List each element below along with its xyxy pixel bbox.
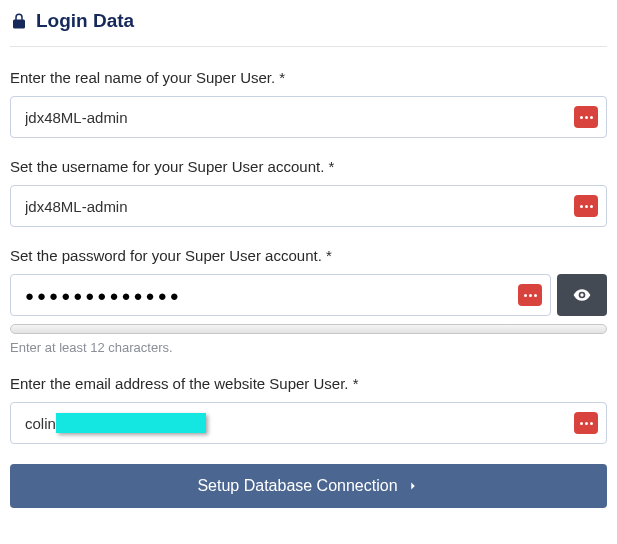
email-input-wrap[interactable]: colin xyxy=(10,402,607,444)
field-action-icon[interactable] xyxy=(574,412,598,434)
realname-input[interactable] xyxy=(25,97,574,137)
username-input[interactable] xyxy=(25,186,574,226)
field-username: Set the username for your Super User acc… xyxy=(10,158,607,227)
password-hint: Enter at least 12 characters. xyxy=(10,340,607,355)
email-label: Enter the email address of the website S… xyxy=(10,375,607,392)
password-label: Set the password for your Super User acc… xyxy=(10,247,607,264)
field-action-icon[interactable] xyxy=(574,106,598,128)
email-prefix: colin xyxy=(25,415,56,432)
chevron-right-icon xyxy=(406,479,420,493)
username-label: Set the username for your Super User acc… xyxy=(10,158,607,175)
toggle-password-visibility[interactable] xyxy=(557,274,607,316)
password-strength-bar xyxy=(10,324,607,334)
submit-label: Setup Database Connection xyxy=(197,477,397,495)
redacted-block xyxy=(56,413,206,433)
field-password: Set the password for your Super User acc… xyxy=(10,247,607,355)
email-input[interactable]: colin xyxy=(25,413,206,433)
setup-database-button[interactable]: Setup Database Connection xyxy=(10,464,607,508)
section-title: Login Data xyxy=(36,10,134,32)
section-header: Login Data xyxy=(10,10,607,47)
username-input-wrap[interactable] xyxy=(10,185,607,227)
password-input-wrap[interactable]: ●●●●●●●●●●●●● xyxy=(10,274,551,316)
field-email: Enter the email address of the website S… xyxy=(10,375,607,444)
realname-label: Enter the real name of your Super User. … xyxy=(10,69,607,86)
eye-icon xyxy=(572,285,592,305)
password-input[interactable]: ●●●●●●●●●●●●● xyxy=(25,287,518,304)
realname-input-wrap[interactable] xyxy=(10,96,607,138)
field-action-icon[interactable] xyxy=(574,195,598,217)
lock-icon xyxy=(10,12,28,30)
field-action-icon[interactable] xyxy=(518,284,542,306)
field-realname: Enter the real name of your Super User. … xyxy=(10,69,607,138)
